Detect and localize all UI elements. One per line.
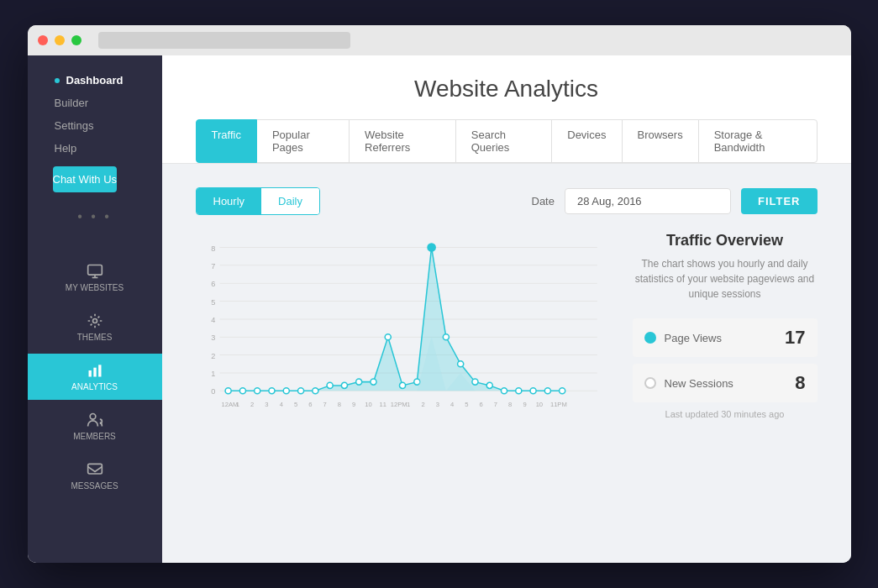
svg-text:9: 9	[523, 401, 526, 408]
date-input[interactable]	[565, 188, 731, 214]
svg-text:7: 7	[323, 401, 326, 408]
date-filter-row: Date FILTER	[532, 188, 818, 214]
svg-text:12PM: 12PM	[390, 401, 407, 408]
content-area: Hourly Daily Date FILTER 8	[162, 164, 851, 444]
svg-point-66	[428, 244, 435, 251]
svg-point-63	[385, 334, 391, 340]
toggle-daily-button[interactable]: Daily	[261, 188, 319, 214]
svg-text:8: 8	[508, 401, 512, 408]
svg-point-61	[355, 379, 361, 385]
sidebar: Dashboard Builder Settings Help Chat Wit…	[28, 55, 162, 563]
svg-point-71	[501, 388, 507, 394]
date-label: Date	[532, 195, 555, 207]
svg-point-52	[225, 388, 231, 394]
sidebar-item-help[interactable]: Help	[41, 137, 149, 160]
svg-text:5: 5	[211, 298, 215, 307]
tab-storage-bandwidth[interactable]: Storage & Bandwidth	[698, 119, 818, 163]
svg-point-58	[312, 388, 318, 394]
tab-browsers[interactable]: Browsers	[622, 119, 699, 163]
svg-text:6: 6	[308, 401, 312, 408]
chat-with-us-button[interactable]: Chat With Us	[53, 166, 118, 192]
svg-text:9: 9	[352, 401, 355, 408]
themes-icon	[87, 312, 103, 329]
svg-text:2: 2	[421, 401, 424, 408]
toggle-hourly-button[interactable]: Hourly	[197, 188, 262, 214]
svg-text:5: 5	[465, 401, 468, 408]
svg-point-69	[471, 379, 477, 385]
maximize-dot[interactable]	[71, 35, 81, 45]
new-sessions-label: New Sessions	[665, 377, 787, 390]
svg-point-70	[486, 382, 492, 388]
chart-overview: 8 7 6 5 4 3 2	[196, 232, 818, 420]
sidebar-item-messages[interactable]: MESSAGES	[28, 453, 162, 499]
overview-title: Traffic Overview	[633, 232, 818, 249]
sidebar-nav-top: Dashboard Builder Settings Help Chat Wit…	[28, 69, 162, 234]
svg-text:7: 7	[493, 401, 497, 408]
chart-container: 8 7 6 5 4 3 2	[196, 232, 606, 420]
svg-point-59	[327, 382, 333, 388]
sidebar-item-builder[interactable]: Builder	[41, 92, 149, 114]
tab-devices[interactable]: Devices	[551, 119, 622, 163]
svg-rect-4	[88, 370, 91, 377]
svg-point-53	[239, 388, 245, 394]
new-sessions-value: 8	[795, 372, 805, 394]
svg-text:3: 3	[211, 333, 215, 342]
sidebar-item-settings[interactable]: Settings	[41, 114, 149, 137]
controls-row: Hourly Daily Date FILTER	[196, 187, 818, 215]
svg-text:8: 8	[337, 401, 340, 408]
page-views-label: Page Views	[665, 332, 777, 344]
svg-rect-6	[98, 365, 101, 376]
filter-button[interactable]: FILTER	[741, 188, 818, 214]
svg-point-68	[457, 361, 463, 367]
sidebar-item-themes[interactable]: THEMES	[28, 304, 162, 350]
svg-point-54	[254, 388, 260, 394]
svg-text:10: 10	[535, 401, 542, 408]
svg-rect-5	[93, 368, 96, 377]
svg-text:2: 2	[250, 401, 254, 408]
svg-text:6: 6	[479, 401, 482, 408]
tabs-nav: Traffic Popular Pages Website Referrers …	[196, 119, 818, 163]
svg-text:4: 4	[279, 401, 283, 408]
sidebar-item-analytics[interactable]: ANALYTICS	[28, 354, 162, 400]
tab-traffic[interactable]: Traffic	[196, 119, 257, 163]
browser-titlebar	[28, 25, 851, 55]
active-indicator	[55, 78, 60, 83]
tab-search-queries[interactable]: Search Queries	[455, 119, 553, 163]
sidebar-item-dashboard[interactable]: Dashboard	[41, 69, 149, 92]
svg-text:4: 4	[211, 316, 215, 324]
svg-point-62	[370, 379, 376, 385]
svg-point-56	[283, 388, 289, 394]
overview-description: The chart shows you hourly and daily sta…	[633, 256, 818, 302]
sidebar-item-my-websites[interactable]: MY WEBSITES	[28, 255, 162, 301]
svg-text:1: 1	[211, 370, 215, 378]
svg-text:5: 5	[293, 401, 297, 408]
svg-point-75	[559, 388, 565, 394]
minimize-dot[interactable]	[55, 35, 65, 45]
svg-text:0: 0	[211, 387, 215, 396]
sidebar-item-members[interactable]: MEMBERS	[28, 403, 162, 449]
messages-icon	[87, 461, 103, 478]
svg-point-72	[515, 388, 521, 394]
svg-point-64	[399, 382, 405, 388]
page-views-value: 17	[785, 327, 805, 349]
sessions-dot	[644, 377, 656, 389]
svg-point-74	[544, 388, 550, 394]
browser-window: Dashboard Builder Settings Help Chat Wit…	[28, 25, 851, 563]
traffic-overview: Traffic Overview The chart shows you hou…	[633, 232, 818, 419]
svg-point-60	[341, 382, 347, 388]
browser-body: Dashboard Builder Settings Help Chat Wit…	[28, 55, 851, 563]
page-title: Website Analytics	[196, 76, 818, 102]
svg-point-3	[92, 319, 97, 323]
svg-point-55	[268, 388, 274, 394]
svg-text:10: 10	[365, 401, 371, 408]
tab-popular-pages[interactable]: Popular Pages	[256, 119, 350, 163]
monitor-icon	[87, 263, 103, 280]
close-dot[interactable]	[38, 35, 48, 45]
tab-website-referrers[interactable]: Website Referrers	[349, 119, 456, 163]
svg-text:6: 6	[211, 280, 215, 288]
address-bar[interactable]	[98, 32, 350, 49]
new-sessions-metric: New Sessions 8	[633, 364, 818, 402]
svg-text:11PM: 11PM	[549, 401, 566, 408]
main-content: Website Analytics Traffic Popular Pages …	[162, 55, 851, 563]
svg-text:2: 2	[211, 352, 215, 360]
